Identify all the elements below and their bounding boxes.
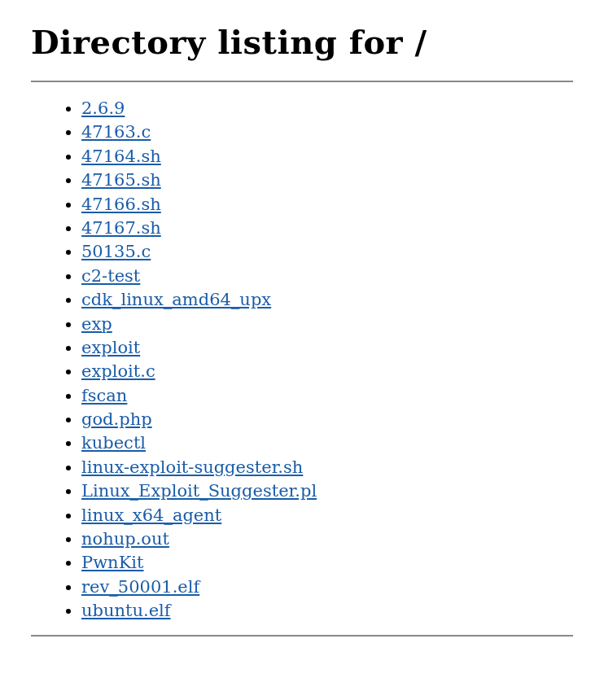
file-link[interactable]: god.php — [81, 409, 152, 429]
list-item: linux_x64_agent — [81, 504, 573, 527]
file-link[interactable]: 47164.sh — [81, 147, 161, 166]
file-link[interactable]: exploit.c — [81, 361, 155, 381]
file-link[interactable]: 47167.sh — [81, 218, 161, 238]
list-item: PwnKit — [81, 551, 573, 575]
list-item: 47167.sh — [81, 217, 573, 240]
list-item: 47163.c — [81, 120, 573, 144]
list-item: god.php — [81, 408, 573, 431]
divider-top — [31, 81, 573, 82]
list-item: 50135.c — [81, 240, 573, 264]
list-item: ubuntu.elf — [81, 599, 573, 623]
file-link[interactable]: 47165.sh — [81, 170, 161, 190]
list-item: Linux_Exploit_Suggester.pl — [81, 479, 573, 503]
list-item: 2.6.9 — [81, 97, 573, 120]
file-link[interactable]: 50135.c — [81, 242, 151, 261]
divider-bottom — [31, 635, 573, 637]
file-link[interactable]: nohup.out — [81, 529, 169, 549]
file-link[interactable]: PwnKit — [81, 553, 143, 572]
file-list: 2.6.947163.c47164.sh47165.sh47166.sh4716… — [31, 97, 573, 623]
list-item: 47164.sh — [81, 145, 573, 168]
file-link[interactable]: Linux_Exploit_Suggester.pl — [81, 481, 317, 501]
list-item: rev_50001.elf — [81, 575, 573, 599]
list-item: nohup.out — [81, 527, 573, 551]
list-item: 47165.sh — [81, 168, 573, 192]
list-item: fscan — [81, 384, 573, 408]
page-title: Directory listing for / — [31, 23, 573, 61]
file-link[interactable]: linux-exploit-suggester.sh — [81, 457, 303, 477]
list-item: linux-exploit-suggester.sh — [81, 456, 573, 479]
list-item: exp — [81, 313, 573, 336]
file-link[interactable]: 2.6.9 — [81, 98, 125, 118]
list-item: c2-test — [81, 265, 573, 288]
file-link[interactable]: kubectl — [81, 433, 146, 453]
file-link[interactable]: exp — [81, 314, 112, 334]
list-item: 47166.sh — [81, 193, 573, 217]
file-link[interactable]: ubuntu.elf — [81, 601, 171, 620]
file-link[interactable]: rev_50001.elf — [81, 577, 199, 597]
list-item: kubectl — [81, 431, 573, 455]
file-link[interactable]: exploit — [81, 338, 140, 357]
file-link[interactable]: c2-test — [81, 266, 140, 286]
file-link[interactable]: 47166.sh — [81, 195, 161, 214]
file-link[interactable]: 47163.c — [81, 122, 151, 142]
file-link[interactable]: linux_x64_agent — [81, 505, 221, 525]
list-item: exploit.c — [81, 360, 573, 383]
file-link[interactable]: fscan — [81, 386, 127, 405]
file-link[interactable]: cdk_linux_amd64_upx — [81, 290, 271, 309]
list-item: exploit — [81, 336, 573, 360]
list-item: cdk_linux_amd64_upx — [81, 288, 573, 312]
